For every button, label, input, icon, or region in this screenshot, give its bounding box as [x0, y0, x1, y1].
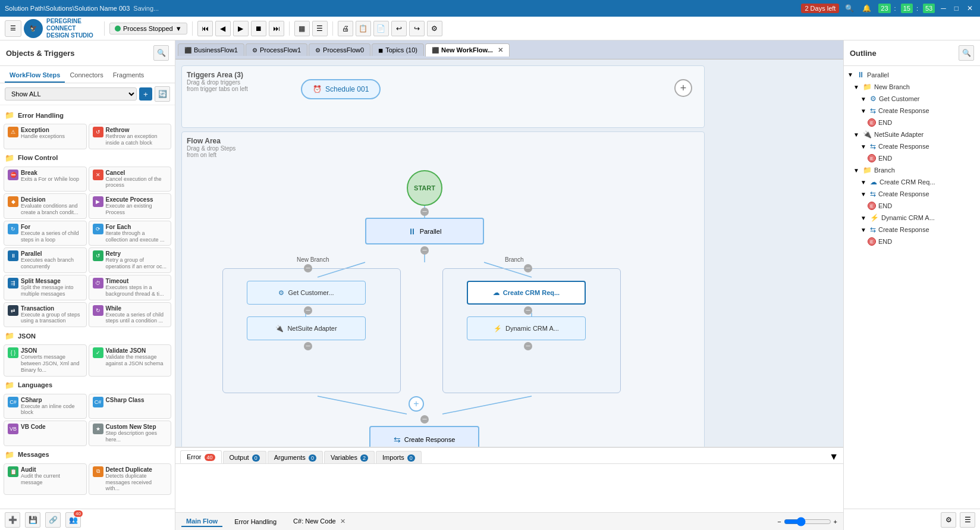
step-execute-process[interactable]: ▶ Execute Process Execute an existing Pr…	[89, 193, 172, 219]
step-back-button[interactable]: ⏮	[197, 21, 213, 36]
refresh-button[interactable]: 🔄	[155, 86, 170, 102]
outline-dynamic-crm[interactable]: ▼ ⚡ Dynamic CRM A...	[844, 212, 980, 224]
tab-processflow1[interactable]: ⚙ ProcessFlow1	[246, 43, 307, 56]
settings-icon[interactable]: ⚙	[427, 21, 442, 36]
canvas-main[interactable]: Triggers Area (3) Drag & drop triggers f…	[175, 59, 843, 447]
footer-tab-error-handling[interactable]: Error Handling	[230, 517, 281, 526]
left-branch-mid-badge[interactable]: ─	[304, 306, 312, 315]
outline-create-crm-req[interactable]: ▼ ☁ Create CRM Req...	[844, 176, 980, 188]
step-detect-duplicate[interactable]: ⧉ Detect Duplicate Detects duplicate mes…	[89, 463, 172, 495]
bottom-tab-imports[interactable]: Imports 0	[376, 451, 422, 463]
step-break[interactable]: ⛔ Break Exits a For or While loop	[4, 167, 87, 192]
outline-end-1[interactable]: E END	[844, 117, 980, 128]
outline-end-4[interactable]: E END	[844, 236, 980, 247]
step-csharp-class[interactable]: C# CSharp Class	[89, 394, 172, 419]
add-trigger-button[interactable]: +	[674, 79, 692, 97]
close-button[interactable]: ✕	[965, 4, 975, 12]
link-button[interactable]: 🔗	[45, 512, 61, 528]
category-dropdown[interactable]: Show ALL	[5, 87, 137, 101]
outline-create-response-2[interactable]: ▼ ⇆ Create Response	[844, 140, 980, 152]
back-button[interactable]: ◀	[215, 21, 231, 36]
collapse-badge-2[interactable]: ─	[420, 246, 429, 255]
outline-create-response-3[interactable]: ▼ ⇆ Create Response	[844, 188, 980, 200]
menu-button[interactable]: ☰	[5, 20, 21, 37]
tab-businessflow1[interactable]: ⬛ BusinessFlow1	[178, 43, 244, 56]
category-messages[interactable]: 📁 Messages	[0, 447, 175, 462]
add-flow-button[interactable]: ➕	[5, 512, 20, 528]
footer-tab-close-icon[interactable]: ✕	[340, 518, 345, 525]
right-branch-top-badge[interactable]: ─	[524, 264, 532, 272]
forward-button[interactable]: ▶	[233, 21, 249, 36]
category-flow-control[interactable]: 📁 Flow Control	[0, 150, 175, 165]
panel-search-button[interactable]: 🔍	[153, 45, 169, 61]
step-for-each[interactable]: ⟳ For Each Iterate through a collection …	[89, 221, 172, 246]
pre-create-response-badge[interactable]: ─	[420, 415, 429, 424]
tab-new-workflow[interactable]: ⬛ New WorkFlow... ✕	[425, 43, 510, 57]
outline-create-response-4[interactable]: ▼ ⇆ Create Response	[844, 224, 980, 236]
tab-connectors[interactable]: Connectors	[65, 68, 108, 83]
process-status-button[interactable]: Process Stopped ▼	[109, 23, 187, 35]
minimize-button[interactable]: ─	[938, 4, 948, 12]
step-validate-json[interactable]: ✓ Validate JSON Validate the message aga…	[89, 344, 172, 376]
tab-topics[interactable]: ◼ Topics (10)	[372, 43, 424, 56]
outline-end-2[interactable]: E END	[844, 152, 980, 164]
parallel-node[interactable]: ⏸ Parallel	[365, 218, 484, 244]
outline-settings-button[interactable]: ⚙	[941, 512, 956, 528]
left-branch-top-badge[interactable]: ─	[304, 264, 312, 272]
add-step-button[interactable]: +	[139, 87, 152, 101]
copy-button[interactable]: 📋	[356, 21, 371, 36]
bottom-tab-error[interactable]: Error 40	[180, 450, 222, 463]
step-parallel[interactable]: ⏸ Parallel Executes each branch concurre…	[4, 247, 87, 273]
tab-workflow-steps[interactable]: WorkFlow Steps	[5, 68, 65, 83]
footer-tab-csharp[interactable]: C#: New Code ✕	[288, 516, 350, 526]
bell-icon[interactable]: 🔔	[860, 4, 874, 12]
notifications-button[interactable]: 👥 40	[65, 512, 81, 528]
step-retry[interactable]: ↺ Retry Retry a group of operations if a…	[89, 247, 172, 273]
tab-processflow0[interactable]: ⚙ ProcessFlow0	[309, 43, 370, 56]
bottom-tab-output[interactable]: Output 0	[223, 451, 266, 463]
search-icon[interactable]: 🔍	[843, 4, 856, 12]
get-customer-node[interactable]: ⚙ Get Customer...	[247, 281, 366, 305]
step-while[interactable]: ↻ While Execute a series of child steps …	[89, 302, 172, 328]
step-custom-new-step[interactable]: ★ Custom New Step Step description goes …	[89, 421, 172, 446]
tab-fragments[interactable]: Fragments	[108, 68, 149, 83]
outline-netsuite-adapter[interactable]: ▼ 🔌 NetSuite Adapter	[844, 128, 980, 140]
step-timeout[interactable]: ⏱ Timeout Executes steps in a background…	[89, 275, 172, 300]
dynamic-crm-node[interactable]: ⚡ Dynamic CRM A...	[467, 316, 586, 340]
undo-button[interactable]: ↩	[391, 21, 407, 36]
outline-parallel[interactable]: ▼ ⏸ Parallel	[844, 68, 980, 81]
list-view-button[interactable]: ☰	[312, 21, 328, 36]
maximize-button[interactable]: □	[952, 4, 961, 12]
category-json[interactable]: 📁 JSON	[0, 328, 175, 343]
step-json[interactable]: { } JSON Converts message between JSON, …	[4, 344, 87, 376]
bottom-panel-toggle[interactable]: ▼	[829, 451, 838, 462]
grid-view-button[interactable]: ▦	[294, 21, 310, 36]
category-error-handling[interactable]: 📁 Error Handling	[0, 108, 175, 123]
category-languages[interactable]: 📁 Languages	[0, 378, 175, 393]
left-branch-bot-badge[interactable]: ─	[304, 342, 312, 350]
step-split-message[interactable]: ⇶ Split Message Split the message into m…	[4, 275, 87, 300]
footer-tab-main-flow[interactable]: Main Flow	[181, 516, 222, 527]
step-rethrow[interactable]: ↺ Rethrow Rethrow an exception inside a …	[89, 124, 172, 149]
start-node[interactable]: START	[407, 170, 442, 206]
create-response-node[interactable]: ⇆ Create Response	[369, 426, 479, 447]
outline-create-response-1[interactable]: ▼ ⇆ Create Response	[844, 105, 980, 117]
outline-get-customer[interactable]: ▼ ⚙ Get Customer	[844, 93, 980, 105]
right-branch-mid-badge[interactable]: ─	[524, 306, 532, 315]
schedule-node[interactable]: ⏰ Schedule 001	[301, 79, 381, 99]
step-forward-button[interactable]: ⏭	[269, 21, 284, 36]
step-csharp[interactable]: C# CSharp Execute an inline code block	[4, 394, 87, 419]
paste-button[interactable]: 📄	[373, 21, 389, 36]
add-between-button[interactable]: +	[409, 396, 424, 412]
step-cancel[interactable]: ✕ Cancel Cancel execution of the process	[89, 167, 172, 192]
outline-new-branch[interactable]: ▼ 📁 New Branch	[844, 81, 980, 93]
redo-button[interactable]: ↪	[409, 21, 425, 36]
outline-end-3[interactable]: E END	[844, 200, 980, 212]
step-exception[interactable]: ⚠ Exception Handle exceptions	[4, 124, 87, 149]
collapse-badge-1[interactable]: ─	[420, 208, 429, 216]
step-transaction[interactable]: ⇄ Transaction Execute a group of steps u…	[4, 302, 87, 328]
bottom-tab-variables[interactable]: Variables 2	[324, 451, 375, 463]
create-crm-req-node[interactable]: ☁ Create CRM Req...	[467, 281, 586, 305]
canvas-scroll[interactable]: Triggers Area (3) Drag & drop triggers f…	[175, 59, 843, 447]
save-button[interactable]: 💾	[25, 512, 40, 528]
